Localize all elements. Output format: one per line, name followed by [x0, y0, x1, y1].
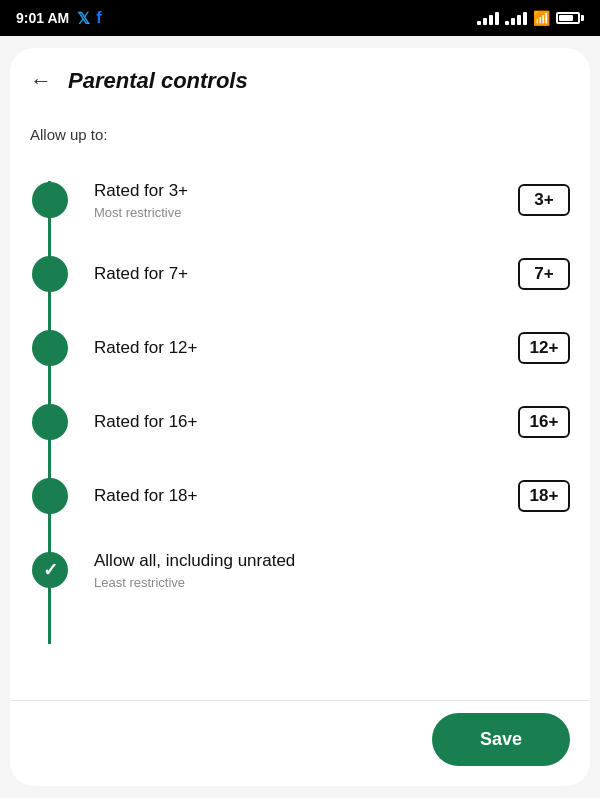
- rating-name-6: Allow all, including unrated: [94, 550, 570, 572]
- list-item[interactable]: Rated for 12+ 12+: [30, 311, 570, 385]
- rating-name-2: Rated for 7+: [94, 263, 510, 285]
- rating-badge-5: 18+: [518, 480, 570, 512]
- footer: Save: [10, 700, 590, 786]
- signal-bars-2: [505, 12, 527, 25]
- list-item[interactable]: Rated for 16+ 16+: [30, 385, 570, 459]
- list-item[interactable]: ✓ Allow all, including unrated Least res…: [30, 533, 570, 607]
- back-button[interactable]: ←: [30, 68, 52, 94]
- list-item[interactable]: Rated for 3+ Most restrictive 3+: [30, 163, 570, 237]
- signal-bars-1: [477, 12, 499, 25]
- rating-badge-2: 7+: [518, 258, 570, 290]
- battery-icon: [556, 12, 584, 24]
- dot-5: [32, 478, 68, 514]
- allow-label: Allow up to:: [30, 126, 570, 143]
- rating-sub-6: Least restrictive: [94, 575, 570, 590]
- twitter-icon: 𝕏: [77, 9, 90, 28]
- dot-3: [32, 330, 68, 366]
- rating-badge-1: 3+: [518, 184, 570, 216]
- checkmark-icon: ✓: [43, 559, 58, 581]
- content-area: Allow up to: Rated for 3+ Most restricti…: [10, 110, 590, 700]
- rating-name-5: Rated for 18+: [94, 485, 510, 507]
- wifi-icon: 📶: [533, 10, 550, 26]
- status-bar: 9:01 AM 𝕏 f 📶: [0, 0, 600, 36]
- header: ← Parental controls: [10, 48, 590, 110]
- time-display: 9:01 AM: [16, 10, 69, 26]
- rating-name-1: Rated for 3+: [94, 180, 510, 202]
- rating-badge-4: 16+: [518, 406, 570, 438]
- dot-1: [32, 182, 68, 218]
- rating-name-4: Rated for 16+: [94, 411, 510, 433]
- dot-4: [32, 404, 68, 440]
- rating-sub-1: Most restrictive: [94, 205, 510, 220]
- rating-badge-3: 12+: [518, 332, 570, 364]
- save-button[interactable]: Save: [432, 713, 570, 766]
- main-card: ← Parental controls Allow up to: Rated f…: [10, 48, 590, 786]
- page-title: Parental controls: [68, 68, 248, 94]
- dot-6: ✓: [32, 552, 68, 588]
- rating-name-3: Rated for 12+: [94, 337, 510, 359]
- list-item[interactable]: Rated for 7+ 7+: [30, 237, 570, 311]
- dot-2: [32, 256, 68, 292]
- status-right-icons: 📶: [477, 10, 584, 26]
- facebook-icon: f: [96, 9, 101, 27]
- rating-list: Rated for 3+ Most restrictive 3+ Rated f…: [30, 163, 570, 684]
- list-item[interactable]: Rated for 18+ 18+: [30, 459, 570, 533]
